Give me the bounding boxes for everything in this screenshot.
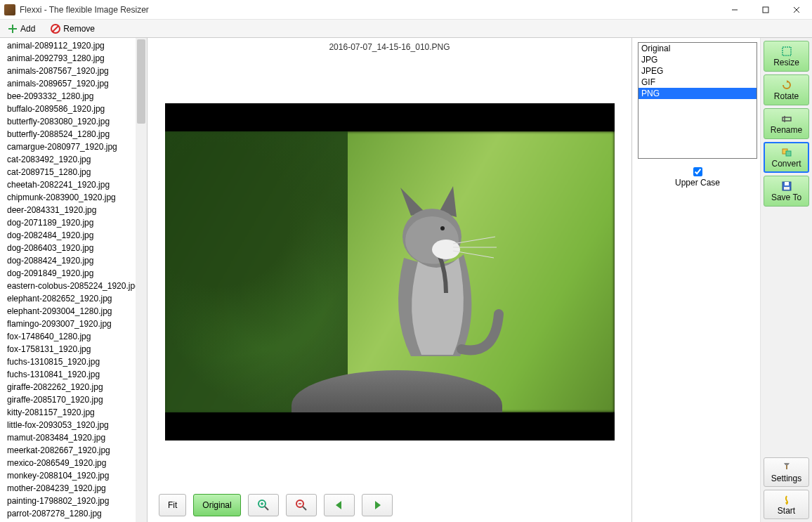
file-list-item[interactable]: mamut-2083484_1920.jpg [6, 431, 136, 444]
svg-rect-26 [786, 151, 791, 156]
file-list-item[interactable]: giraffe-2085170_1920.jpg [6, 393, 136, 406]
settings-button[interactable]: Settings [764, 457, 809, 487]
file-list-item[interactable]: dog-2088424_1920.jpg [6, 254, 136, 267]
uppercase-option: Upper Case [638, 167, 757, 188]
file-list-item[interactable]: dog-2071189_1920.jpg [6, 216, 136, 229]
app-icon [4, 4, 15, 15]
file-list-item[interactable]: dog-2086403_1920.jpg [6, 242, 136, 254]
close-button[interactable] [781, 0, 812, 20]
file-list-item[interactable]: animals-2089657_1920.jpg [6, 77, 136, 90]
format-options-panel: OriginalJPGJPEGGIFPNG Upper Case [632, 38, 760, 522]
toolbar: Add Remove [0, 20, 812, 38]
file-list-scrollbar[interactable] [136, 38, 147, 522]
svg-rect-29 [784, 187, 790, 190]
svg-line-14 [453, 251, 494, 258]
format-option[interactable]: JPEG [639, 65, 757, 77]
file-list[interactable]: animal-2089112_1920.jpganimal-2092793_12… [0, 38, 136, 522]
preview-area [148, 55, 631, 488]
file-list-item[interactable]: animal-2089112_1920.jpg [6, 39, 136, 52]
preview-image [165, 131, 615, 412]
uppercase-checkbox[interactable] [693, 167, 702, 176]
format-option[interactable]: Original [639, 43, 757, 54]
file-list-item[interactable]: cheetah-2082241_1920.jpg [6, 178, 136, 191]
svg-point-11 [440, 226, 445, 230]
svg-rect-5 [8, 28, 17, 30]
svg-rect-1 [763, 7, 768, 13]
file-list-item[interactable]: mother-2084239_1920.jpg [6, 482, 136, 495]
file-list-item[interactable]: monkey-2088104_1920.jpg [6, 469, 136, 482]
format-option[interactable]: JPG [639, 54, 757, 65]
start-icon [781, 494, 792, 505]
plus-icon [8, 24, 18, 34]
file-list-item[interactable]: parrot-2087278_1280.jpg [6, 507, 136, 520]
file-list-item[interactable]: chipmunk-2083900_1920.jpg [6, 191, 136, 204]
rotate-button[interactable]: Rotate [764, 74, 809, 105]
file-list-item[interactable]: giraffe-2082262_1920.jpg [6, 381, 136, 393]
preview-panel: 2016-07-07_14-15-16_010.PNG [148, 38, 632, 522]
svg-point-10 [432, 240, 460, 259]
forbidden-icon [51, 24, 60, 34]
prev-button[interactable] [324, 494, 355, 516]
right-panel: OriginalJPGJPEGGIFPNG Upper Case Resize … [632, 38, 812, 522]
file-list-item[interactable]: elephant-2093004_1280.jpg [6, 305, 136, 318]
file-list-item[interactable]: fox-1758131_1920.jpg [6, 343, 136, 355]
file-list-item[interactable]: buffalo-2089586_1920.jpg [6, 103, 136, 115]
zoom-out-icon [295, 499, 308, 511]
svg-rect-28 [785, 182, 789, 185]
svg-line-20 [303, 507, 306, 510]
save-to-button[interactable]: Save To [764, 176, 809, 207]
rotate-icon [781, 79, 792, 91]
viewer-controls: Fit Original [148, 488, 631, 522]
maximize-button[interactable] [750, 0, 781, 20]
rename-button[interactable]: Rename [764, 108, 809, 139]
svg-line-7 [53, 26, 58, 32]
zoom-in-icon [257, 499, 270, 511]
format-option[interactable]: PNG [639, 88, 757, 99]
original-button[interactable]: Original [193, 494, 240, 516]
file-list-item[interactable]: animals-2087567_1920.jpg [6, 65, 136, 77]
file-list-item[interactable]: dog-2082484_1920.jpg [6, 229, 136, 242]
arrow-left-icon [333, 499, 346, 511]
file-list-item[interactable]: cat-2083492_1920.jpg [6, 153, 136, 166]
file-list-item[interactable]: butterfly-2083080_1920.jpg [6, 115, 136, 128]
save-icon [781, 181, 792, 192]
zoom-out-button[interactable] [286, 494, 317, 516]
next-button[interactable] [362, 494, 393, 516]
file-list-item[interactable]: kitty-2081157_1920.jpg [6, 406, 136, 419]
zoom-in-button[interactable] [248, 494, 279, 516]
file-list-item[interactable]: dog-2091849_1920.jpg [6, 267, 136, 280]
file-list-item[interactable]: elephant-2082652_1920.jpg [6, 292, 136, 305]
file-list-item[interactable]: fox-1748640_1280.jpg [6, 330, 136, 343]
file-list-item[interactable]: animal-2092793_1280.jpg [6, 52, 136, 65]
file-list-item[interactable]: fuchs-1310815_1920.jpg [6, 355, 136, 368]
file-list-item[interactable]: fuchs-1310841_1920.jpg [6, 368, 136, 381]
minimize-button[interactable] [719, 0, 750, 20]
add-button[interactable]: Add [1, 21, 41, 37]
fit-button[interactable]: Fit [159, 494, 186, 516]
convert-button[interactable]: Convert [764, 142, 809, 173]
uppercase-label[interactable]: Upper Case [675, 178, 720, 188]
resize-button[interactable]: Resize [764, 41, 809, 72]
file-list-item[interactable]: eastern-colobus-2085224_1920.jpg [6, 280, 136, 292]
file-list-item[interactable]: cat-2089715_1280.jpg [6, 166, 136, 178]
actions-column: Resize Rotate Rename Convert Save To S [760, 38, 812, 522]
remove-button[interactable]: Remove [44, 21, 101, 37]
file-list-item[interactable]: deer-2084331_1920.jpg [6, 204, 136, 216]
file-list-item[interactable]: camargue-2080977_1920.jpg [6, 141, 136, 153]
format-option[interactable]: GIF [639, 77, 757, 88]
file-list-item[interactable]: bee-2093332_1280.jpg [6, 90, 136, 103]
svg-rect-22 [782, 47, 791, 56]
preview-filename: 2016-07-07_14-15-16_010.PNG [148, 38, 631, 55]
rename-icon [781, 113, 792, 124]
start-button[interactable]: Start [764, 490, 809, 519]
format-list[interactable]: OriginalJPGJPEGGIFPNG [638, 42, 757, 159]
file-list-panel: animal-2089112_1920.jpganimal-2092793_12… [0, 38, 148, 522]
file-list-item[interactable]: little-fox-2093053_1920.jpg [6, 419, 136, 431]
file-list-item[interactable]: painting-1798802_1920.jpg [6, 495, 136, 507]
file-list-item[interactable]: butterfly-2088524_1280.jpg [6, 128, 136, 141]
file-list-item[interactable]: meerkat-2082667_1920.jpg [6, 444, 136, 457]
file-list-item[interactable]: flamingo-2093007_1920.jpg [6, 318, 136, 330]
scrollbar-thumb[interactable] [137, 39, 145, 124]
convert-icon [781, 147, 792, 158]
file-list-item[interactable]: mexico-2086549_1920.jpg [6, 457, 136, 469]
